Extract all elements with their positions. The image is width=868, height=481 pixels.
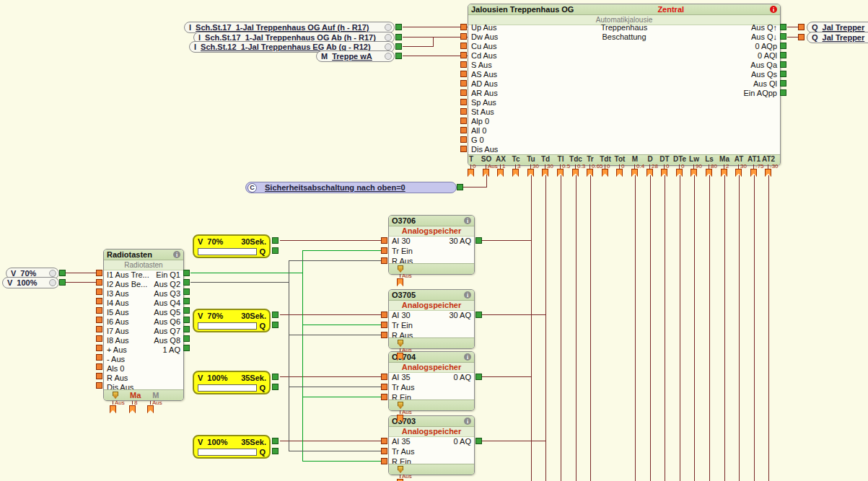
output-pin[interactable] [395, 24, 402, 30]
radiotasten-param-m[interactable]: Aus [143, 401, 159, 415]
param-flag-pin[interactable] [468, 169, 474, 177]
input-pin-minus[interactable] [96, 354, 102, 361]
block-o3705[interactable]: O3705i Analogspeicher AI 3030 AQ Tr Ein … [388, 289, 475, 349]
input-pin-all[interactable] [460, 127, 467, 133]
param-pin-so[interactable]: SOAus [478, 154, 494, 179]
timer2-q-pin[interactable] [272, 322, 279, 328]
param-flag-pin[interactable] [557, 169, 564, 177]
input-pin-tr[interactable] [381, 384, 387, 390]
output-pill-jal-treppenhaus-2[interactable]: Q Jal Trepper [807, 32, 868, 43]
param-flag-pin[interactable] [706, 169, 712, 177]
param-flag-pin[interactable] [397, 353, 403, 361]
radiotasten-param-ma[interactable]: 8 [125, 401, 141, 415]
input-pin-cd[interactable] [460, 52, 467, 58]
input-pin-st[interactable] [460, 108, 467, 115]
output-pin-aq[interactable] [475, 312, 482, 318]
input-pin-ai[interactable] [381, 237, 387, 244]
info-icon[interactable]: i [464, 291, 471, 299]
param-flag-pin[interactable] [147, 405, 154, 413]
output-pin-qa[interactable] [780, 61, 786, 68]
block-jalousien-treppenhaus-og[interactable]: Jalousien Treppenhaus OG Zentral i Autom… [468, 4, 781, 166]
input-pin-r[interactable] [381, 394, 387, 400]
param-flag-pin[interactable] [110, 405, 116, 413]
input-pin-alp[interactable] [460, 118, 467, 124]
param-flag-pin[interactable] [661, 169, 667, 177]
param-pin-td[interactable]: Td30 [538, 154, 553, 179]
input-pin-dis[interactable] [460, 146, 467, 152]
input-pin-i5[interactable] [96, 307, 102, 314]
input-pin-r[interactable] [96, 373, 102, 379]
input-pin-tr[interactable] [381, 448, 387, 454]
param-pin-tr[interactable]: Tr0.65 [582, 154, 598, 179]
input-pin-i1[interactable] [96, 270, 102, 276]
output-pin-aq[interactable] [183, 345, 190, 351]
input-pin-s[interactable] [460, 61, 467, 68]
output-pin-q3[interactable] [183, 288, 190, 295]
timer1-q-pin[interactable] [272, 247, 279, 254]
param-flag-pin[interactable] [616, 169, 623, 177]
output-pin-q7[interactable] [183, 326, 190, 332]
output-pin[interactable] [395, 34, 402, 40]
output-pin[interactable] [457, 184, 463, 190]
param-flag-pin[interactable] [512, 169, 519, 177]
block-radiotasten[interactable]: Radiotasten i Radiotasten I1 Aus Tre...E… [103, 249, 184, 401]
input-pill-treppe-wa[interactable]: M Treppe wA [316, 50, 395, 62]
output-pin-aqpp[interactable] [780, 89, 786, 96]
constant-pill-sicherheitsabschaltung[interactable]: C Sicherheitsabschaltung nach oben=0 [245, 182, 457, 193]
param-pin-lw[interactable]: Lw90 [686, 154, 702, 179]
timer-block-2[interactable]: V70%30Sek. Q [193, 309, 271, 332]
param-flag-pin[interactable] [750, 169, 757, 177]
param-pin-at1[interactable]: AT1-75 [746, 154, 762, 179]
output-pin[interactable] [395, 43, 402, 50]
output-pin-aq[interactable] [475, 374, 482, 380]
input-pin-r[interactable] [381, 458, 387, 464]
output-pin-q6[interactable] [183, 317, 190, 323]
param-flag-pin[interactable] [631, 169, 638, 177]
param-pin-m[interactable]: M0.4 [627, 154, 643, 179]
output-pin[interactable] [395, 53, 402, 59]
param-flag-pin[interactable] [397, 278, 403, 286]
input-pin[interactable] [798, 24, 805, 30]
info-icon[interactable]: i [464, 418, 471, 425]
param-flag-pin[interactable] [676, 169, 683, 177]
input-pin-r[interactable] [381, 332, 387, 338]
input-pin-cu[interactable] [460, 43, 467, 49]
input-pin-i3[interactable] [96, 288, 102, 295]
param-pin-d[interactable]: D28 [642, 154, 658, 179]
param-pin-dt[interactable]: DT0 [657, 154, 672, 179]
input-pin-i6[interactable] [96, 317, 102, 323]
input-pin-ai[interactable] [381, 438, 387, 444]
output-pin-q4[interactable] [183, 298, 190, 304]
param-flag-pin[interactable] [721, 169, 727, 177]
output-pin-aq[interactable] [475, 237, 482, 244]
param-pin-tu[interactable]: Tu30 [523, 154, 539, 179]
timer4-value-pin[interactable] [272, 438, 279, 444]
output-pin[interactable] [59, 279, 66, 286]
input-pin-i8[interactable] [96, 335, 102, 342]
radiotasten-param-shield[interactable]: Aus [105, 401, 121, 415]
input-pin-sp[interactable] [460, 99, 467, 105]
o3705-param-shield[interactable]: Aus [393, 348, 408, 363]
param-pin-at[interactable]: AT30 [731, 154, 747, 179]
input-pin-r[interactable] [381, 257, 387, 264]
info-icon[interactable]: i [770, 6, 777, 13]
param-pin-dte[interactable]: DTe0 [672, 154, 688, 179]
param-flag-pin[interactable] [587, 169, 593, 177]
param-flag-pin[interactable] [602, 169, 608, 177]
output-pin-ql[interactable] [780, 80, 786, 87]
param-flag-pin[interactable] [497, 169, 504, 177]
param-flag-pin[interactable] [483, 169, 489, 177]
param-pin-tc[interactable]: Tc3 [508, 154, 524, 179]
input-pin-als[interactable] [96, 363, 102, 370]
timer1-value-pin[interactable] [272, 237, 279, 244]
timer2-value-pin[interactable] [272, 312, 279, 318]
param-flag-pin[interactable] [765, 169, 771, 177]
param-flag-pin[interactable] [542, 169, 548, 177]
param-pin-tl[interactable]: Tl0.5 [553, 154, 569, 179]
input-pin-ad[interactable] [460, 80, 467, 87]
timer3-q-pin[interactable] [272, 384, 279, 390]
output-pin-q1[interactable] [183, 270, 190, 276]
output-pin-aql[interactable] [780, 52, 786, 58]
output-pin-q8[interactable] [183, 335, 190, 342]
param-pin-tdt[interactable]: Tdt0 [597, 154, 613, 179]
